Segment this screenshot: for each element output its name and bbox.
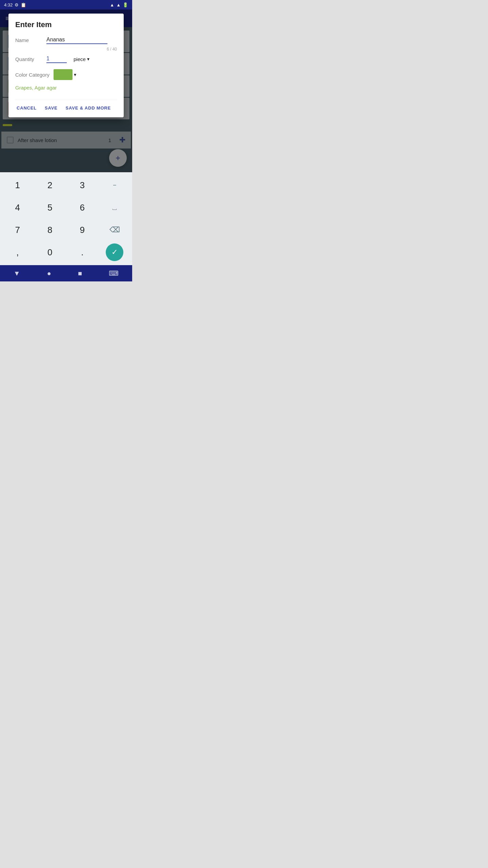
name-row: Name [15,36,117,44]
key-6[interactable]: 6 [66,197,99,218]
key-space[interactable]: ⎵ [99,197,131,218]
nav-back-icon[interactable]: ▼ [14,270,20,277]
bottom-nav: ▼ ● ■ ⌨ [0,265,132,281]
dialog-actions: CANCEL SAVE SAVE & ADD MORE [15,100,117,113]
quantity-row: Quantity piece ▾ [15,55,117,63]
key-2[interactable]: 2 [34,174,66,196]
app-background: ≡ ⋮ Enter Item N [0,9,132,172]
key-4[interactable]: 4 [1,197,34,218]
key-enter[interactable]: ✓ [106,243,123,261]
keyboard-row-4: , 0 . ✓ [1,241,131,263]
nav-recents-icon[interactable]: ■ [78,270,82,277]
color-dropdown-arrow-icon: ▾ [74,72,76,77]
key-3[interactable]: 3 [66,174,99,196]
key-comma[interactable]: , [1,241,34,263]
color-category-label: Color Category [15,72,49,78]
quantity-label: Quantity [15,56,42,62]
save-and-add-more-button[interactable]: SAVE & ADD MORE [64,103,112,113]
signal-icon: ▲ [116,2,121,7]
status-time: 4:32 [4,2,13,7]
key-0[interactable]: 0 [34,241,66,263]
color-swatch [54,69,73,80]
nav-keyboard-icon[interactable]: ⌨ [109,269,119,277]
nav-home-icon[interactable]: ● [47,270,51,277]
key-minus[interactable]: − [99,174,131,196]
status-bar: 4:32 ⚙ 📋 ▲ ▲ 🔋 [0,0,132,9]
color-category-row: Color Category ▾ [15,69,117,80]
key-9[interactable]: 9 [66,219,99,241]
wifi-icon: ▲ [110,2,114,7]
key-8[interactable]: 8 [34,219,66,241]
unit-dropdown[interactable]: piece ▾ [74,56,89,62]
key-period[interactable]: . [66,241,99,263]
keyboard: 1 2 3 − 4 5 6 ⎵ 7 8 9 ⌫ , 0 . ✓ [0,172,132,265]
name-label: Name [15,37,42,43]
quantity-input[interactable] [46,55,67,63]
related-items-text: Grapes, Agar agar [15,85,117,93]
unit-dropdown-arrow-icon: ▾ [87,56,89,62]
settings-icon: ⚙ [15,2,19,7]
keyboard-row-1: 1 2 3 − [1,174,131,196]
save-button[interactable]: SAVE [43,103,59,113]
name-input[interactable] [46,36,107,44]
char-count: 6 / 40 [107,47,117,52]
dim-overlay: Enter Item Name 6 / 40 Quantity piece ▾ [0,9,132,172]
dialog-title: Enter Item [15,20,117,29]
battery-icon: 🔋 [123,2,128,7]
key-backspace[interactable]: ⌫ [99,219,131,241]
keyboard-row-3: 7 8 9 ⌫ [1,219,131,241]
enter-item-dialog: Enter Item Name 6 / 40 Quantity piece ▾ [8,14,124,117]
key-1[interactable]: 1 [1,174,34,196]
color-swatch-dropdown[interactable]: ▾ [54,69,76,80]
unit-label: piece [74,56,86,62]
key-7[interactable]: 7 [1,219,34,241]
key-5[interactable]: 5 [34,197,66,218]
cancel-button[interactable]: CANCEL [15,103,38,113]
clipboard-icon: 📋 [21,2,26,7]
keyboard-row-2: 4 5 6 ⎵ [1,197,131,218]
